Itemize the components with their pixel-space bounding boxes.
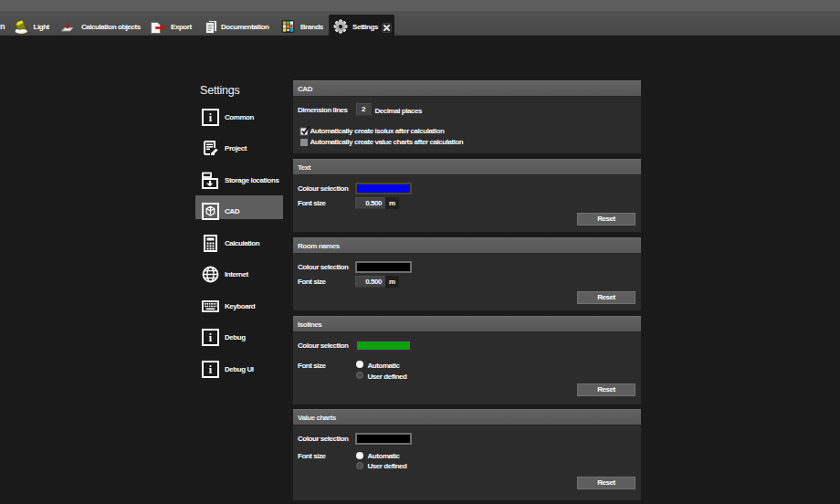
svg-text:i: i (209, 331, 213, 344)
svg-text:i: i (209, 363, 213, 376)
svg-text:i: i (209, 111, 213, 124)
